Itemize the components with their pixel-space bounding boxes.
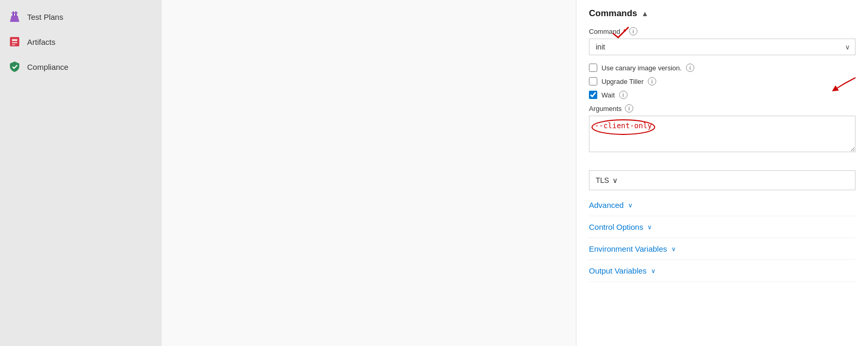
canary-label: Use canary image version. bbox=[601, 64, 682, 72]
tls-chevron: ∨ bbox=[612, 176, 618, 184]
upgrade-tiller-label: Upgrade Tiller bbox=[601, 78, 644, 85]
arguments-info-icon[interactable]: i bbox=[625, 104, 633, 113]
command-select[interactable]: init upgrade delete lint package bbox=[589, 39, 855, 55]
environment-variables-chevron: ∨ bbox=[671, 245, 676, 253]
artifact-icon bbox=[8, 35, 21, 48]
flask-icon bbox=[8, 10, 21, 23]
canary-info-icon[interactable]: i bbox=[686, 64, 694, 72]
output-variables-label: Output Variables bbox=[589, 266, 647, 275]
output-variables-chevron: ∨ bbox=[651, 267, 656, 275]
command-field-container: Command * i init upgrade delete lint pac… bbox=[589, 27, 855, 55]
svg-rect-7 bbox=[12, 44, 15, 45]
control-options-label: Control Options bbox=[589, 223, 643, 231]
sidebar-item-test-plans[interactable]: Test Plans bbox=[0, 4, 162, 29]
advanced-section[interactable]: Advanced ∨ bbox=[589, 194, 855, 216]
command-required: * bbox=[623, 28, 626, 35]
arguments-textarea[interactable]: --client-only bbox=[589, 116, 855, 152]
command-label-row: Command * i bbox=[589, 27, 855, 35]
tls-label: TLS bbox=[596, 176, 609, 184]
svg-rect-6 bbox=[12, 42, 17, 43]
svg-marker-2 bbox=[10, 16, 19, 22]
wait-label: Wait bbox=[601, 91, 615, 99]
sidebar: Test Plans Artifacts Compliance bbox=[0, 0, 162, 346]
upgrade-tiller-checkbox[interactable] bbox=[589, 77, 597, 85]
output-variables-section[interactable]: Output Variables ∨ bbox=[589, 260, 855, 282]
sidebar-item-compliance[interactable]: Compliance bbox=[0, 54, 162, 79]
checkbox-canary-row: Use canary image version. i bbox=[589, 64, 855, 72]
arguments-textarea-container: --client-only bbox=[589, 116, 855, 162]
arguments-field-container: Arguments i --client-only bbox=[589, 104, 855, 162]
checkbox-wait-row: Wait i bbox=[589, 91, 855, 99]
main-content bbox=[162, 0, 576, 346]
commands-title: Commands bbox=[589, 8, 637, 19]
commands-chevron[interactable]: ▲ bbox=[642, 9, 649, 18]
sidebar-item-test-plans-label: Test Plans bbox=[27, 13, 63, 21]
command-select-wrapper: init upgrade delete lint package ∨ bbox=[589, 39, 855, 55]
sidebar-item-artifacts[interactable]: Artifacts bbox=[0, 29, 162, 54]
upgrade-tiller-info-icon[interactable]: i bbox=[648, 77, 656, 85]
arguments-label-row: Arguments i bbox=[589, 104, 855, 113]
command-info-icon[interactable]: i bbox=[629, 27, 637, 35]
canary-checkbox[interactable] bbox=[589, 64, 597, 72]
control-options-section[interactable]: Control Options ∨ bbox=[589, 216, 855, 238]
advanced-chevron: ∨ bbox=[628, 202, 633, 209]
commands-section-header: Commands ▲ bbox=[589, 8, 855, 19]
svg-rect-5 bbox=[12, 39, 17, 41]
wait-checkbox[interactable] bbox=[589, 91, 597, 99]
command-label: Command bbox=[589, 28, 620, 35]
checkbox-upgrade-tiller-row: Upgrade Tiller i bbox=[589, 77, 855, 85]
svg-rect-3 bbox=[11, 13, 18, 14]
right-panel: Commands ▲ Command * i init upgrade dele… bbox=[576, 0, 868, 346]
control-options-chevron: ∨ bbox=[647, 224, 652, 231]
environment-variables-section[interactable]: Environment Variables ∨ bbox=[589, 238, 855, 260]
shield-icon bbox=[8, 60, 21, 73]
sidebar-item-compliance-label: Compliance bbox=[27, 63, 68, 71]
arguments-label: Arguments bbox=[589, 105, 622, 113]
advanced-label: Advanced bbox=[589, 201, 624, 209]
wait-info-icon[interactable]: i bbox=[619, 91, 628, 99]
tls-collapsible[interactable]: TLS ∨ bbox=[589, 170, 855, 190]
sidebar-item-artifacts-label: Artifacts bbox=[27, 38, 55, 46]
environment-variables-label: Environment Variables bbox=[589, 244, 667, 253]
